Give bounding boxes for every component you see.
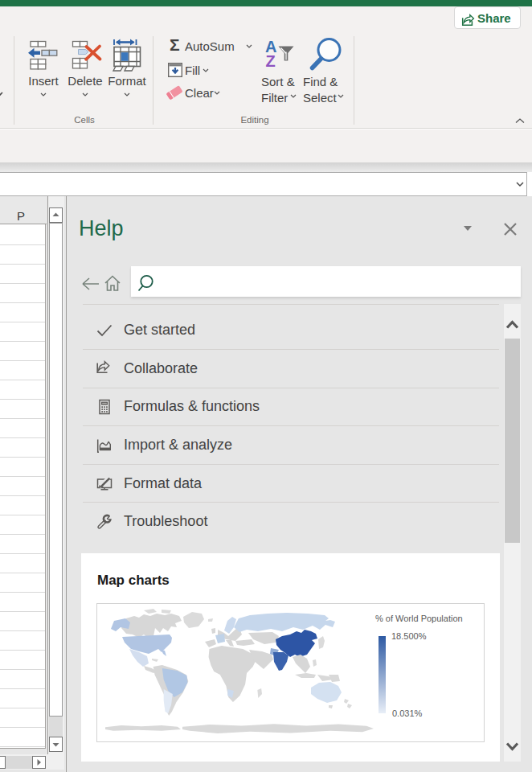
svg-text:18.500%: 18.500% [391, 631, 427, 641]
svg-text:% of World Population: % of World Population [375, 614, 463, 623]
svg-text:Z: Z [266, 52, 276, 70]
svg-text:0.031%: 0.031% [392, 708, 423, 718]
